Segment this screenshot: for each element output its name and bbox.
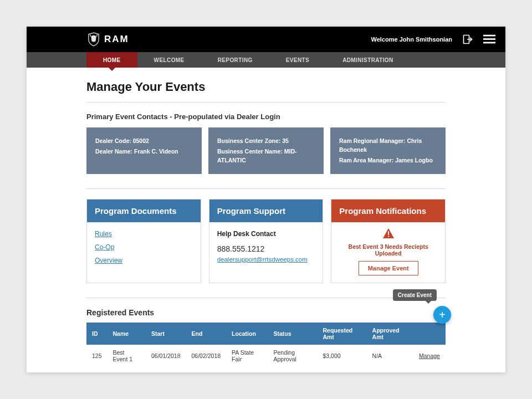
nav-events[interactable]: EVENTS xyxy=(269,52,326,68)
contact-line: Business Center Zone: 35 xyxy=(217,137,315,146)
events-col-header: Approved Amt xyxy=(367,323,413,345)
ram-shield-logo-icon xyxy=(88,32,100,47)
contact-card: Ram Regional Manager: Chris BochenekRam … xyxy=(330,127,446,174)
doc-link-overview[interactable]: Overview xyxy=(95,257,193,264)
manage-event-button[interactable]: Manage Event xyxy=(359,261,418,275)
topbar: RAM Welcome John Smithsonian xyxy=(27,27,505,52)
event-approved: N/A xyxy=(367,345,413,367)
table-row: 125Best Event 106/01/201806/02/2018PA St… xyxy=(86,345,446,367)
create-event-fab[interactable]: + xyxy=(433,306,451,324)
alert-triangle-icon xyxy=(382,228,395,239)
plus-icon: + xyxy=(439,309,446,321)
notification-message: Best Event 3 Needs Reciepts Uploaded xyxy=(337,243,439,257)
navbar: HOMEWELCOMEREPORTINGEVENTSADMINISTRATION xyxy=(27,52,505,68)
event-status: Pending Approval xyxy=(268,345,318,367)
brand: RAM xyxy=(88,32,129,47)
nav-home[interactable]: HOME xyxy=(86,52,137,68)
divider xyxy=(86,102,446,103)
registered-events-section: Create Event + Registered Events IDNameS… xyxy=(86,308,446,367)
page-title: Manage Your Events xyxy=(86,80,446,94)
contact-line: Ram Area Manager: James Logbo xyxy=(339,156,437,165)
events-col-header: Requested Amt xyxy=(317,323,366,345)
program-support-title: Program Support xyxy=(209,200,323,222)
doc-link-co-op[interactable]: Co-Op xyxy=(95,243,193,251)
contact-card: Dealer Code: 05002Dealer Name: Frank C. … xyxy=(86,127,202,174)
svg-rect-5 xyxy=(388,236,389,237)
program-documents-card: Program Documents RulesCo-OpOverview xyxy=(86,199,201,283)
program-notifications-card: Program Notifications Best Event 3 Needs… xyxy=(331,199,446,283)
events-col-header: ID xyxy=(86,323,108,345)
events-col-header: Start xyxy=(146,323,186,345)
event-location: PA State Fair xyxy=(226,345,268,367)
divider xyxy=(86,188,446,189)
doc-link-rules[interactable]: Rules xyxy=(95,230,193,238)
help-desk-label: Help Desk Contact xyxy=(217,230,315,238)
event-requested: $3,000 xyxy=(317,345,366,367)
event-id: 125 xyxy=(86,345,108,367)
event-manage-link[interactable]: Manage xyxy=(413,345,446,367)
event-end: 06/02/2018 xyxy=(186,345,227,367)
help-desk-phone: 888.555.1212 xyxy=(217,244,315,253)
create-event-tooltip: Create Event xyxy=(393,289,437,301)
events-col-header: Location xyxy=(226,323,268,345)
event-name: Best Event 1 xyxy=(108,345,146,367)
welcome-prefix: Welcome xyxy=(371,36,398,43)
program-cards-row: Program Documents RulesCo-OpOverview Pro… xyxy=(86,199,446,283)
help-desk-email-link[interactable]: dealersupport@rrtsdweeps.com xyxy=(217,256,308,263)
logout-icon[interactable] xyxy=(462,34,473,45)
contact-card: Business Center Zone: 35Business Center … xyxy=(208,127,324,174)
contact-line: Business Center Name: MID-ATLANTIC xyxy=(217,147,315,165)
nav-welcome[interactable]: WELCOME xyxy=(137,52,201,68)
contact-line: Ram Regional Manager: Chris Bochenek xyxy=(339,137,437,155)
contacts-heading: Primary Event Contacts - Pre-populated v… xyxy=(86,112,446,121)
program-notifications-title: Program Notifications xyxy=(331,200,445,222)
event-start: 06/01/2018 xyxy=(146,345,186,367)
registered-events-title: Registered Events xyxy=(86,308,446,317)
svg-rect-4 xyxy=(388,232,389,235)
welcome-user: Welcome John Smithsonian xyxy=(371,36,453,43)
svg-rect-3 xyxy=(483,42,495,44)
program-documents-title: Program Documents xyxy=(87,200,201,222)
divider xyxy=(86,298,446,298)
contact-line: Dealer Code: 05002 xyxy=(95,137,193,146)
events-col-header: End xyxy=(186,323,227,345)
events-col-header: Name xyxy=(108,323,146,345)
events-col-header xyxy=(413,323,446,345)
contact-line: Dealer Name: Frank C. Videon xyxy=(95,147,193,156)
events-col-header: Status xyxy=(268,323,318,345)
events-table: IDNameStartEndLocationStatusRequested Am… xyxy=(86,323,446,367)
svg-rect-1 xyxy=(483,35,495,37)
program-support-card: Program Support Help Desk Contact 888.55… xyxy=(209,199,324,283)
hamburger-menu-icon[interactable] xyxy=(483,34,495,44)
nav-reporting[interactable]: REPORTING xyxy=(201,52,269,68)
contact-cards-row: Dealer Code: 05002Dealer Name: Frank C. … xyxy=(86,127,446,174)
svg-rect-2 xyxy=(483,38,495,40)
nav-administration[interactable]: ADMINISTRATION xyxy=(326,52,410,68)
brand-name: RAM xyxy=(104,34,129,45)
user-name: John Smithsonian xyxy=(400,36,452,43)
